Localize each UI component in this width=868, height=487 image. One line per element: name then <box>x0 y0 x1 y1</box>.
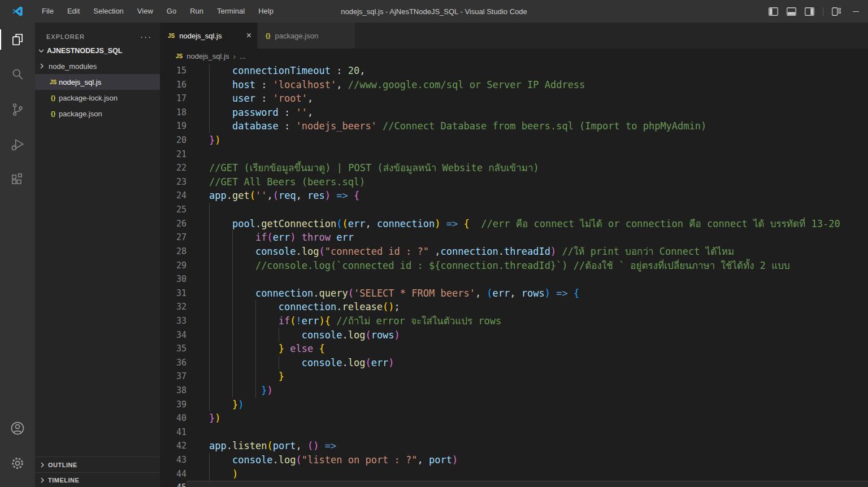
code-line-39[interactable]: 39 }) <box>160 398 868 412</box>
code-line-44[interactable]: 44 ) <box>160 467 868 481</box>
item-label: package.json <box>59 110 102 118</box>
line-number: 30 <box>160 272 186 286</box>
code-line-27[interactable]: 27 if(err) throw err <box>160 231 868 245</box>
menu-run[interactable]: Run <box>183 0 210 23</box>
editor-group: JS nodejs_sql.js × {} package.json JS no… <box>160 23 868 487</box>
code-line-40[interactable]: 40}) <box>160 411 868 425</box>
code-line-42[interactable]: 42app.listen(port, () => <box>160 439 868 453</box>
indent-guide <box>279 328 279 342</box>
chevron-right-icon <box>38 476 47 485</box>
section-timeline[interactable]: TIMELINE <box>35 472 160 487</box>
code-line-35[interactable]: 35 } else { <box>160 342 868 356</box>
code-line-16[interactable]: 16 host : 'localhost', //www.google.com/… <box>160 78 868 92</box>
code-line-45[interactable]: 45 <box>160 481 868 487</box>
menu-view[interactable]: View <box>131 0 160 23</box>
code-line-33[interactable]: 33 if(!err){ //ถ้าไม่ error จะใส่ในตัวแป… <box>160 314 868 328</box>
code-line-41[interactable]: 41 <box>160 425 868 440</box>
code-line-43[interactable]: 43 console.log("listen on port : ?", por… <box>160 453 868 467</box>
line-number: 15 <box>160 64 186 78</box>
run-debug-icon[interactable] <box>0 131 35 158</box>
minimize-icon[interactable] <box>853 11 859 12</box>
close-icon[interactable]: × <box>246 31 251 40</box>
code-line-26[interactable]: 26 pool.getConnection((err, connection) … <box>160 217 868 231</box>
code-line-19[interactable]: 19 database : 'nodejs_beers' //Connect D… <box>160 119 868 133</box>
indent-guide <box>255 384 256 398</box>
code-line-20[interactable]: 20}) <box>160 133 868 147</box>
line-number: 24 <box>160 189 186 203</box>
line-text: app.listen(port, () => <box>186 439 868 453</box>
code-line-22[interactable]: 22//GET (เรียกข้อมูลขึ้นมาดู) | POST (ส่… <box>160 161 868 175</box>
code-line-25[interactable]: 25 <box>160 203 868 217</box>
code-line-17[interactable]: 17 user : 'root', <box>160 92 868 106</box>
sidebar-item-nodejs_sql[interactable]: JS nodejs_sql.js <box>35 74 160 90</box>
breadcrumb[interactable]: JS nodejs_sql.js › ... <box>160 49 868 64</box>
indent-guide <box>232 245 233 259</box>
code-line-30[interactable]: 30 <box>160 272 868 286</box>
json-file-icon: {} <box>47 110 59 117</box>
menu-file[interactable]: File <box>35 0 60 23</box>
sidebar-item-package-lock[interactable]: {} package-lock.json <box>35 90 160 106</box>
section-outline[interactable]: OUTLINE <box>35 456 160 472</box>
toggle-panel-icon[interactable] <box>787 7 796 16</box>
indent-guide <box>209 119 210 133</box>
line-text: console.log("listen on port : ?", port) <box>186 453 868 467</box>
menu-go[interactable]: Go <box>160 0 183 23</box>
toggle-sidebar-icon[interactable] <box>769 7 778 16</box>
customize-layout-icon[interactable] <box>832 7 841 16</box>
item-label: nodejs_sql.js <box>59 78 101 86</box>
code-line-37[interactable]: 37 } <box>160 369 868 384</box>
indent-guide <box>209 369 210 384</box>
indent-guide <box>209 300 210 314</box>
menu-terminal[interactable]: Terminal <box>210 0 251 23</box>
code-line-18[interactable]: 18 password : '', <box>160 106 868 120</box>
indent-guide <box>209 259 210 273</box>
views-more-actions-icon[interactable]: ··· <box>140 34 152 40</box>
line-text: //GET (เรียกข้อมูลขึ้นมาดู) | POST (ส่งข… <box>186 161 868 175</box>
line-number: 38 <box>160 384 186 398</box>
sidebar-item-node_modules[interactable]: node_modules <box>35 58 160 74</box>
sidebar-item-package[interactable]: {} package.json <box>35 106 160 121</box>
breadcrumb-file[interactable]: nodejs_sql.js <box>186 52 229 60</box>
code-line-32[interactable]: 32 connection.release(); <box>160 300 868 314</box>
indent-guide <box>209 384 210 398</box>
tab-nodejs_sql[interactable]: JS nodejs_sql.js × <box>160 23 258 49</box>
code-line-31[interactable]: 31 connection.query('SELECT * FROM beers… <box>160 286 868 301</box>
indent-guide <box>209 217 210 231</box>
line-number: 32 <box>160 300 186 314</box>
line-number: 43 <box>160 453 186 467</box>
root-folder-label: AJNESTNODEJS_SQL <box>47 47 122 55</box>
code-line-34[interactable]: 34 console.log(rows) <box>160 328 868 342</box>
search-icon[interactable] <box>0 61 35 88</box>
code-line-21[interactable]: 21 <box>160 147 868 162</box>
explorer-icon[interactable] <box>0 26 35 53</box>
settings-gear-icon[interactable] <box>0 450 35 477</box>
indent-guide <box>232 384 233 398</box>
source-control-icon[interactable] <box>0 96 35 123</box>
code-line-24[interactable]: 24app.get('',(req, res) => { <box>160 189 868 203</box>
menu-selection[interactable]: Selection <box>86 0 130 23</box>
tab-package-json[interactable]: {} package.json <box>258 23 355 49</box>
line-number: 41 <box>160 425 186 440</box>
code-line-28[interactable]: 28 console.log("connected id : ?" ,conne… <box>160 245 868 259</box>
tab-label: nodejs_sql.js <box>179 32 222 40</box>
line-text: //console.log(`connected id : ${connecti… <box>186 259 868 273</box>
code-line-29[interactable]: 29 //console.log(`connected id : ${conne… <box>160 259 868 273</box>
item-label: node_modules <box>49 62 97 71</box>
line-number: 45 <box>160 481 186 487</box>
line-text: host : 'localhost', //www.google.com/sql… <box>186 78 868 92</box>
code-line-23[interactable]: 23//GET All Beers (beers.sql) <box>160 175 868 189</box>
menu-help[interactable]: Help <box>251 0 280 23</box>
indent-guide <box>209 328 210 342</box>
breadcrumb-symbol-more[interactable]: ... <box>240 52 246 60</box>
code-line-38[interactable]: 38 }) <box>160 384 868 398</box>
menubar: FileEditSelectionViewGoRunTerminalHelp <box>35 0 280 23</box>
toggle-secondary-sidebar-icon[interactable] <box>805 7 814 16</box>
menu-edit[interactable]: Edit <box>60 0 86 23</box>
code-line-15[interactable]: 15 connectionTimeout : 20, <box>160 64 868 78</box>
js-file-icon: JS <box>176 53 183 59</box>
code-line-36[interactable]: 36 console.log(err) <box>160 356 868 370</box>
main-content: EXPLORER ··· AJNESTNODEJS_SQL node_modul… <box>0 23 868 487</box>
account-icon[interactable] <box>0 415 35 442</box>
workspace-root-folder[interactable]: AJNESTNODEJS_SQL <box>35 43 160 58</box>
extensions-icon[interactable] <box>0 166 35 193</box>
